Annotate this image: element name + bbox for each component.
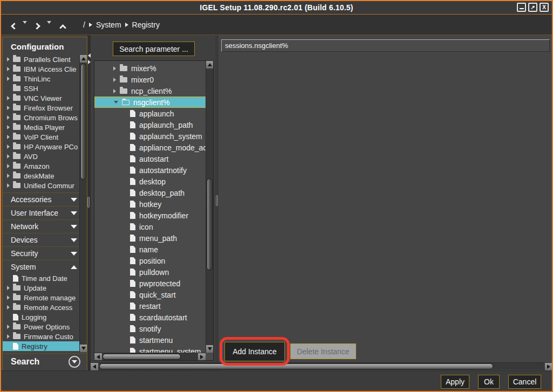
sidebar-item-vnc-viewer[interactable]: VNC Viewer [3, 93, 87, 103]
scrollbar-thumb[interactable] [207, 178, 213, 270]
sidebar-item-update[interactable]: Update [3, 283, 87, 293]
up-button[interactable] [60, 23, 65, 32]
tree-item-desktop[interactable]: desktop [94, 176, 213, 187]
content-hscrollbar[interactable] [91, 362, 552, 370]
sidebar-item-power-options[interactable]: Power Options [3, 322, 87, 332]
breadcrumb-registry[interactable]: Registry [132, 20, 160, 29]
tree-item-hotkey[interactable]: hotkey [94, 198, 213, 210]
sidebar-item-firmware-custo[interactable]: Firmware Custo [3, 332, 87, 341]
tree-item-nsgclient[interactable]: nsgclient% [94, 97, 213, 108]
sidebar-item-voip-client[interactable]: VoIP Client [3, 132, 87, 142]
section-header-devices[interactable]: Devices [3, 233, 87, 246]
sidebar-item-logging[interactable]: Logging [3, 312, 87, 322]
scroll-down-button[interactable] [206, 345, 214, 353]
folder-icon [13, 305, 21, 310]
scroll-right-button[interactable] [198, 353, 206, 361]
scroll-up-button[interactable] [206, 61, 214, 68]
parameter-tree-vscrollbar[interactable] [206, 61, 213, 353]
sidebar-item-hp-anyware-pco[interactable]: HP Anyware PCo [3, 142, 87, 152]
apply-button[interactable]: Apply [441, 375, 469, 389]
search-section-label: Search [11, 357, 39, 367]
scrollbar-thumb[interactable] [99, 363, 493, 369]
tree-item-appliance-mode-ac[interactable]: appliance_mode_ac [94, 142, 213, 153]
sidebar-item-media-player[interactable]: Media Player [3, 122, 87, 132]
search-section-header[interactable]: Search [3, 353, 87, 369]
tree-item-scardautostart[interactable]: scardautostart [94, 312, 213, 323]
scroll-left-button[interactable] [94, 353, 102, 361]
expander-icon [7, 305, 10, 310]
system-subtree: Time and DateUpdateRemote manageRemote A… [3, 273, 87, 351]
section-header-security[interactable]: Security [3, 246, 87, 260]
scroll-up-button[interactable] [80, 55, 87, 63]
minimize-button[interactable] [517, 3, 526, 12]
scrollbar-thumb[interactable] [103, 354, 181, 360]
tree-item-quick-start[interactable]: quick_start [94, 289, 213, 300]
tree-item-startmenu[interactable]: startmenu [94, 334, 213, 346]
sidebar-item-deskmate[interactable]: deskMate [3, 171, 87, 181]
scroll-left-icon [97, 355, 100, 359]
sidebar-item-label: AVD [24, 153, 38, 161]
sidebar-item-remote-access[interactable]: Remote Access [3, 302, 87, 312]
splitter-grip[interactable] [87, 197, 90, 208]
sidebar-item-amazon[interactable]: Amazon [3, 161, 87, 171]
tree-item-hotkeymodifier[interactable]: hotkeymodifier [94, 210, 213, 221]
section-header-network[interactable]: Network [3, 219, 87, 233]
sidebar-item-unified-commur[interactable]: Unified Commur [3, 181, 87, 190]
sidebar-item-avd[interactable]: AVD [3, 152, 87, 161]
ok-button[interactable]: Ok [478, 375, 500, 389]
search-expand-button[interactable] [69, 356, 80, 368]
scroll-right-button[interactable] [545, 363, 552, 370]
tree-item-mixer[interactable]: mixer% [94, 63, 213, 74]
tree-item-ncp-client[interactable]: ncp_client% [94, 85, 213, 97]
tree-item-name[interactable]: name [94, 244, 213, 255]
scrollbar-thumb[interactable] [80, 64, 86, 180]
section-header-system[interactable]: System [3, 260, 87, 273]
sidebar-item-ibm-iaccess-clie[interactable]: IBM iAccess Clie [3, 64, 87, 74]
chevron-down-icon [47, 21, 51, 33]
section-header-user-interface[interactable]: User Interface [3, 206, 87, 219]
back-history-dropdown[interactable] [23, 24, 27, 33]
splitter-collapse-arrows[interactable] [88, 53, 91, 64]
splitter-grip[interactable] [216, 195, 218, 206]
titlebar: IGEL Setup 11.08.290.rc2.01 (Build 6.10.… [1, 1, 552, 14]
tree-item-icon[interactable]: icon [94, 221, 213, 232]
tree-item-restart[interactable]: restart [94, 300, 213, 312]
tree-item-desktop-path[interactable]: desktop_path [94, 187, 213, 198]
sidebar-splitter[interactable] [87, 35, 91, 370]
tree-item-autostartnotify[interactable]: autostartnotify [94, 164, 213, 176]
parameter-tree-rows: mixer%mixer0ncp_client%nsgclient%applaun… [94, 61, 213, 357]
scroll-down-button[interactable] [80, 345, 87, 352]
scroll-left-button[interactable] [91, 363, 98, 370]
section-header-accessories[interactable]: Accessories [3, 192, 87, 206]
sidebar-item-registry[interactable]: Registry [3, 341, 87, 351]
tree-item-menu-path[interactable]: menu_path [94, 232, 213, 244]
sidebar-item-remote-manage[interactable]: Remote manage [3, 293, 87, 302]
sidebar-item-chromium-brows[interactable]: Chromium Brows [3, 113, 87, 122]
sidebar-item-thinlinc[interactable]: ThinLinc [3, 74, 87, 84]
sidebar-item-ssh[interactable]: SSH [3, 84, 87, 93]
tree-item-applaunch-system[interactable]: applaunch_system [94, 130, 213, 142]
sidebar-item-parallels-client[interactable]: Parallels Client [3, 54, 87, 64]
search-parameter-button[interactable]: Search parameter ... [113, 42, 195, 56]
forward-button[interactable] [35, 21, 39, 31]
panel-splitter[interactable] [215, 35, 219, 370]
tree-item-pwprotected[interactable]: pwprotected [94, 278, 213, 289]
close-button[interactable]: X [540, 3, 549, 12]
tree-item-mixer0[interactable]: mixer0 [94, 74, 213, 85]
maximize-button[interactable]: ↗ [528, 3, 537, 12]
tree-item-applaunch-path[interactable]: applaunch_path [94, 119, 213, 130]
tree-item-snotify[interactable]: snotify [94, 323, 213, 334]
parameter-tree-hscrollbar[interactable] [94, 353, 206, 360]
breadcrumb-system[interactable]: System [96, 20, 121, 29]
tree-item-applaunch[interactable]: applaunch [94, 108, 213, 119]
tree-item-pulldown[interactable]: pulldown [94, 266, 213, 278]
tree-item-autostart[interactable]: autostart [94, 153, 213, 164]
tree-item-position[interactable]: position [94, 255, 213, 266]
sidebar-scrollbar[interactable] [79, 55, 87, 352]
sidebar-item-time-and-date[interactable]: Time and Date [3, 273, 87, 283]
back-button[interactable] [12, 21, 17, 31]
add-instance-button[interactable]: Add Instance [224, 342, 285, 361]
cancel-button[interactable]: Cancel [508, 375, 541, 389]
sidebar-item-firefox-browser[interactable]: Firefox Browser [3, 103, 87, 113]
forward-history-dropdown[interactable] [47, 24, 51, 33]
